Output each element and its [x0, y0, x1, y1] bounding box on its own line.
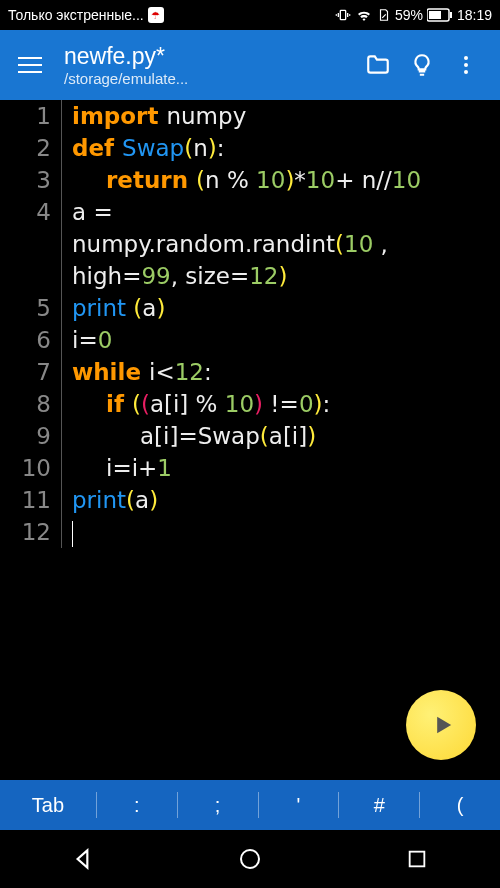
code-content[interactable]: i=i+1: [62, 452, 172, 484]
svg-line-5: [382, 14, 386, 18]
battery-percent: 59%: [395, 7, 423, 23]
folder-button[interactable]: [356, 43, 400, 87]
text-cursor: [72, 521, 73, 547]
code-content[interactable]: print (a): [62, 292, 165, 324]
svg-point-12: [241, 850, 259, 868]
svg-rect-13: [409, 852, 424, 867]
svg-rect-7: [429, 11, 441, 19]
line-number: 3: [0, 164, 62, 196]
symbol-key[interactable]: ;: [178, 794, 258, 817]
line-number: 11: [0, 484, 62, 516]
vibrate-icon: [335, 7, 351, 23]
code-line[interactable]: 4a =: [0, 196, 500, 228]
svg-point-11: [464, 70, 468, 74]
svg-rect-8: [450, 12, 452, 18]
code-content[interactable]: numpy.random.randint(10 ,: [62, 228, 395, 260]
code-content[interactable]: def Swap(n):: [62, 132, 224, 164]
menu-button[interactable]: [12, 47, 48, 83]
svg-point-9: [464, 56, 468, 60]
line-number: 9: [0, 420, 62, 452]
navigation-bar: [0, 830, 500, 888]
filepath: /storage/emulate...: [64, 70, 356, 87]
sim-icon: [377, 7, 391, 23]
line-number: 6: [0, 324, 62, 356]
code-content[interactable]: return (n % 10)*10+ n//10: [62, 164, 421, 196]
svg-rect-0: [340, 10, 345, 19]
code-line[interactable]: 9a[i]=Swap(a[i]): [0, 420, 500, 452]
svg-point-10: [464, 63, 468, 67]
symbol-key[interactable]: #: [339, 794, 419, 817]
symbol-key-row: Tab:;'#(: [0, 780, 500, 830]
notification-icon: ☂: [148, 7, 164, 23]
status-bar: Только экстренные... ☂ 59% 18:19: [0, 0, 500, 30]
code-content[interactable]: print(a): [62, 484, 158, 516]
line-number: 1: [0, 100, 62, 132]
code-editor[interactable]: 1import numpy2def Swap(n):3return (n % 1…: [0, 100, 500, 780]
line-number: 10: [0, 452, 62, 484]
code-line[interactable]: numpy.random.randint(10 ,: [0, 228, 500, 260]
wifi-icon: [355, 6, 373, 24]
app-bar: newfe.py* /storage/emulate...: [0, 30, 500, 100]
line-number: 5: [0, 292, 62, 324]
line-number: 8: [0, 388, 62, 420]
code-line[interactable]: 2def Swap(n):: [0, 132, 500, 164]
home-button[interactable]: [220, 839, 280, 879]
symbol-key[interactable]: :: [97, 794, 177, 817]
recent-button[interactable]: [387, 839, 447, 879]
battery-icon: [427, 8, 453, 22]
line-number: 2: [0, 132, 62, 164]
run-button[interactable]: [406, 690, 476, 760]
back-button[interactable]: [53, 839, 113, 879]
line-number: [0, 260, 62, 292]
network-status: Только экстренные...: [8, 7, 144, 23]
code-line[interactable]: 11print(a): [0, 484, 500, 516]
code-line[interactable]: 5print (a): [0, 292, 500, 324]
symbol-key[interactable]: Tab: [0, 794, 96, 817]
code-content[interactable]: import numpy: [62, 100, 246, 132]
clock: 18:19: [457, 7, 492, 23]
code-line[interactable]: high=99, size=12): [0, 260, 500, 292]
line-number: [0, 228, 62, 260]
code-line[interactable]: 1import numpy: [0, 100, 500, 132]
code-content[interactable]: [62, 516, 73, 548]
symbol-key[interactable]: (: [420, 794, 500, 817]
line-number: 7: [0, 356, 62, 388]
line-number: 4: [0, 196, 62, 228]
bulb-button[interactable]: [400, 43, 444, 87]
code-line[interactable]: 7while i<12:: [0, 356, 500, 388]
overflow-button[interactable]: [444, 43, 488, 87]
line-number: 12: [0, 516, 62, 548]
code-content[interactable]: a[i]=Swap(a[i]): [62, 420, 316, 452]
title-area[interactable]: newfe.py* /storage/emulate...: [64, 43, 356, 87]
symbol-key[interactable]: ': [259, 794, 339, 817]
code-line[interactable]: 3return (n % 10)*10+ n//10: [0, 164, 500, 196]
code-line[interactable]: 12: [0, 516, 500, 548]
filename: newfe.py*: [64, 43, 356, 70]
code-line[interactable]: 8if ((a[i] % 10) !=0):: [0, 388, 500, 420]
code-content[interactable]: i=0: [62, 324, 112, 356]
code-line[interactable]: 6i=0: [0, 324, 500, 356]
code-content[interactable]: while i<12:: [62, 356, 212, 388]
code-content[interactable]: if ((a[i] % 10) !=0):: [62, 388, 330, 420]
code-content[interactable]: high=99, size=12): [62, 260, 287, 292]
code-line[interactable]: 10i=i+1: [0, 452, 500, 484]
code-content[interactable]: a =: [62, 196, 120, 228]
